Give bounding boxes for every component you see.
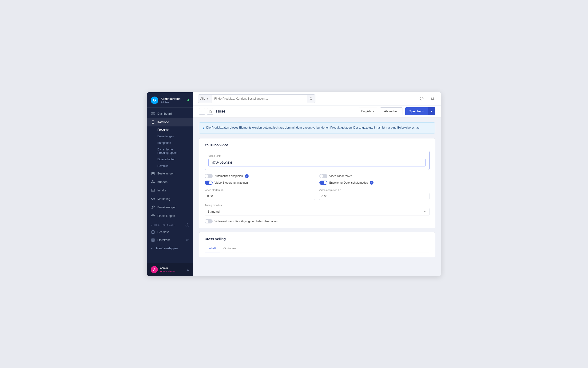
headless-icon [151, 230, 155, 234]
notifications-button[interactable] [429, 95, 436, 102]
auto-play-toggle[interactable] [205, 174, 213, 178]
toggle-show-controls-row: Video-Steuerung anzeigen [205, 181, 315, 185]
sidebar-nav: Dashboard Kataloge Produkte Bewertungen … [147, 108, 193, 263]
sidebar-item-label: Erweiterungen [157, 206, 176, 209]
sidebar-header: G Administration 6.4.20.0 [147, 92, 193, 108]
main-area: Alle ▼ ‹ [193, 92, 441, 276]
sidebar-sub-dynamische[interactable]: Dynamische Produktgruppen [147, 146, 193, 156]
extensions-icon [151, 205, 155, 210]
marketing-icon [151, 197, 155, 201]
online-indicator [187, 99, 189, 101]
sidebar-collapse-menu[interactable]: Menü einklappen [147, 244, 193, 252]
show-controls-label: Video-Steuerung anzeigen [214, 181, 248, 184]
save-button-group: Speichern ▼ [405, 107, 435, 115]
auto-play-info-icon[interactable]: i [245, 174, 249, 178]
brand-name: Administration [161, 97, 181, 101]
sidebar-item-storefront[interactable]: Storefront [147, 236, 193, 244]
svg-rect-16 [153, 239, 154, 240]
sidebar-item-dashboard[interactable]: Dashboard [147, 110, 193, 118]
sidebar-item-inhalte[interactable]: Inhalte [147, 186, 193, 195]
cross-selling-tabs: Inhalt Optionen [205, 245, 430, 252]
brand-info: Administration 6.4.20.0 [161, 97, 181, 103]
svg-rect-15 [151, 239, 152, 240]
sidebar-item-label: Kunden [157, 180, 167, 184]
sidebar-sub-kategorien[interactable]: Kategorien [147, 140, 193, 146]
tab-inhalt[interactable]: Inhalt [205, 245, 220, 252]
user-avatar: A [151, 266, 158, 273]
search-button[interactable] [307, 95, 315, 103]
eye-icon[interactable] [186, 239, 189, 242]
display-mode-label: Anzeigemodus [205, 204, 430, 206]
search-scope-selector[interactable]: Alle ▼ [198, 95, 211, 103]
youtube-video-section: YouTube-Video Video-Link Automatisch abs… [199, 138, 435, 228]
sidebar-sub-hersteller[interactable]: Hersteller [147, 163, 193, 169]
sidebar-item-label: Kataloge [157, 120, 169, 124]
video-link-label: Video-Link [208, 155, 426, 157]
privacy-mode-toggle[interactable] [319, 181, 327, 185]
video-repeat-toggle[interactable] [319, 174, 327, 178]
sidebar-item-erweiterungen[interactable]: Erweiterungen [147, 203, 193, 212]
svg-rect-1 [153, 112, 154, 113]
catalog-icon [151, 120, 155, 124]
brand-logo: G [151, 97, 158, 104]
display-mode-group: Anzeigemodus Standard [205, 204, 430, 215]
page-title: Hose [216, 109, 356, 113]
video-end-input[interactable] [319, 193, 430, 200]
privacy-mode-label: Erweiterter Datenschutzmodus [329, 181, 368, 184]
add-channel-button[interactable]: + [185, 223, 189, 227]
sidebar: G Administration 6.4.20.0 Dashboard Kata… [147, 92, 193, 276]
sidebar-item-headless[interactable]: Headless [147, 228, 193, 236]
sidebar-sub-bewertungen[interactable]: Bewertungen [147, 133, 193, 140]
content-icon [151, 188, 155, 193]
video-start-input[interactable] [205, 193, 315, 200]
video-load-toggle[interactable] [205, 219, 213, 223]
svg-marker-10 [151, 198, 153, 200]
svg-point-19 [187, 240, 188, 240]
sidebar-item-label: Bestellungen [157, 172, 174, 175]
info-banner-text: Die Produktdaten dieses Elements werden … [206, 126, 420, 129]
sidebar-item-label: Dashboard [157, 112, 172, 115]
svg-rect-3 [151, 114, 152, 115]
toggle-video-repeat-row: Video wiederholen [319, 174, 430, 178]
sidebar-item-marketing[interactable]: Marketing [147, 195, 193, 203]
toggle-auto-play-row: Automatisch abspielen i [205, 174, 315, 178]
video-start-group: Video starten ab [205, 189, 315, 200]
svg-line-21 [312, 99, 312, 100]
user-chevron-icon: ▲ [186, 268, 189, 271]
cancel-button[interactable]: Abbrechen [380, 107, 402, 115]
svg-point-13 [152, 215, 153, 216]
end-label: Video abspielen bis [319, 189, 430, 191]
collapse-label: Menü einklappen [156, 247, 178, 250]
sidebar-sub-produkte[interactable]: Produkte [147, 126, 193, 133]
sidebar-item-bestellungen[interactable]: Bestellungen [147, 169, 193, 178]
search-input[interactable] [211, 95, 307, 103]
video-link-container: Video-Link [205, 151, 430, 170]
save-button[interactable]: Speichern [405, 107, 428, 115]
video-link-input[interactable] [208, 159, 426, 166]
show-controls-toggle[interactable] [205, 181, 213, 185]
info-banner: ℹ Die Produktdaten dieses Elements werde… [199, 122, 435, 133]
brand-version: 6.4.20.0 [161, 101, 181, 103]
user-role: Administrator [160, 270, 176, 273]
back-button[interactable]: ‹ [199, 108, 205, 115]
sidebar-item-einstellungen[interactable]: Einstellungen [147, 212, 193, 220]
sidebar-sub-eigenschaften[interactable]: Eigenschaften [147, 156, 193, 163]
user-menu[interactable]: A admin Administrator ▲ [147, 263, 193, 276]
language-selector[interactable]: English [359, 108, 377, 115]
toggle-grid: Automatisch abspielen i Video wiederhole… [205, 174, 430, 185]
display-mode-select[interactable]: Standard [205, 208, 430, 215]
sidebar-item-kataloge[interactable]: Kataloge [147, 118, 193, 126]
copy-button[interactable] [207, 108, 213, 115]
tab-optionen[interactable]: Optionen [220, 245, 240, 252]
help-button[interactable] [418, 95, 425, 102]
cross-selling-title: Cross Selling [205, 237, 430, 241]
svg-point-5 [152, 181, 153, 182]
sidebar-item-kunden[interactable]: Kunden [147, 178, 193, 186]
toggle-knob [205, 220, 208, 223]
content-area: ℹ Die Produktdaten dieses Elements werde… [193, 118, 441, 276]
privacy-mode-info-icon[interactable]: i [370, 181, 374, 184]
svg-rect-24 [210, 111, 211, 112]
topbar: Alle ▼ [193, 92, 441, 105]
save-dropdown-button[interactable]: ▼ [428, 107, 435, 115]
svg-rect-18 [153, 240, 154, 241]
